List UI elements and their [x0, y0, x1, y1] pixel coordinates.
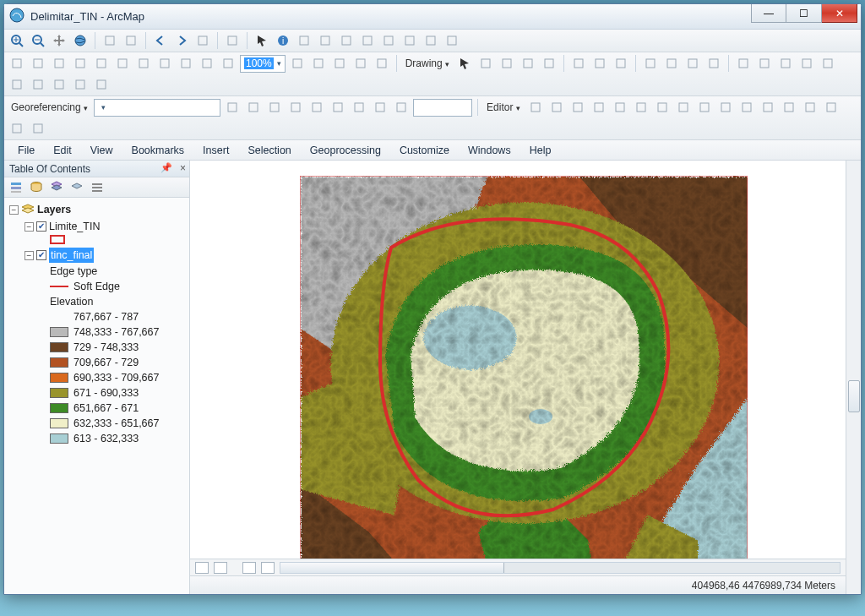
e6-icon[interactable] — [632, 98, 650, 117]
e17-icon[interactable] — [29, 119, 47, 138]
open-folder-icon[interactable] — [662, 54, 681, 73]
g3-icon[interactable] — [265, 98, 284, 117]
layer-checkbox[interactable]: ✔ — [36, 221, 46, 232]
menu-view[interactable]: View — [82, 142, 122, 159]
legend-row[interactable]: 767,667 - 787 — [50, 309, 186, 324]
globe-icon[interactable] — [71, 31, 90, 50]
timeslider-icon[interactable] — [422, 31, 440, 50]
menu-geoprocessing[interactable]: Geoprocessing — [302, 142, 389, 159]
window-icon[interactable] — [443, 31, 461, 50]
std-10-icon[interactable] — [219, 54, 237, 73]
std-1-icon[interactable] — [29, 54, 47, 73]
new-doc-icon[interactable] — [641, 54, 660, 73]
layers-root[interactable]: − Layers — [9, 201, 186, 218]
std-7-icon[interactable] — [155, 54, 174, 73]
pan-icon[interactable] — [50, 31, 68, 50]
std2-3-icon[interactable] — [351, 54, 370, 73]
g9-icon[interactable] — [392, 98, 411, 117]
refresh-button[interactable] — [242, 562, 256, 574]
std2-0-icon[interactable] — [288, 54, 307, 73]
layout-view-button[interactable] — [214, 562, 227, 574]
t8-icon[interactable] — [50, 75, 68, 94]
e9-icon[interactable] — [695, 98, 714, 117]
legend-row[interactable]: 729 - 748,333 — [50, 340, 186, 355]
legend-row[interactable]: 709,667 - 729 — [50, 355, 186, 370]
pause-button[interactable] — [261, 562, 275, 574]
menu-windows[interactable]: Windows — [460, 142, 520, 159]
dropdown-icon[interactable] — [223, 31, 242, 50]
std2-2-icon[interactable] — [330, 54, 349, 73]
toc-tree[interactable]: − Layers − ✔ Limite_TIN − ✔ tinc_final — [4, 198, 189, 594]
std2-4-icon[interactable] — [373, 54, 391, 73]
std-4-icon[interactable] — [92, 54, 111, 73]
pointer-icon[interactable] — [455, 54, 474, 73]
menu-file[interactable]: File — [9, 142, 43, 159]
t5-icon[interactable] — [819, 54, 837, 73]
e12-icon[interactable] — [759, 98, 777, 117]
e8-icon[interactable] — [674, 98, 693, 117]
g2-icon[interactable] — [244, 98, 263, 117]
collapse-icon[interactable]: − — [24, 251, 34, 260]
g5-icon[interactable] — [307, 98, 326, 117]
toc-list-by-visibility-icon[interactable] — [47, 179, 66, 196]
layer-tinc-final[interactable]: − ✔ tinc_final — [24, 247, 186, 264]
collapse-icon[interactable]: − — [24, 222, 34, 232]
g8-icon[interactable] — [371, 98, 389, 117]
v-scrollbar[interactable] — [846, 161, 861, 594]
legend-row[interactable]: 671 - 690,333 — [50, 385, 186, 401]
map-canvas[interactable] — [190, 161, 846, 559]
e4-icon[interactable] — [590, 98, 608, 117]
std-9-icon[interactable] — [198, 54, 216, 73]
rotate-icon[interactable] — [476, 54, 495, 73]
draw-extra-1-icon[interactable] — [590, 54, 609, 73]
identify-icon[interactable]: i — [274, 31, 292, 50]
collapse-icon[interactable]: − — [9, 205, 19, 215]
legend-row[interactable]: 690,333 - 709,667 — [50, 370, 186, 385]
menu-edit[interactable]: Edit — [45, 142, 80, 159]
e3-icon[interactable] — [569, 98, 587, 117]
std-6-icon[interactable] — [134, 54, 153, 73]
e5-icon[interactable] — [611, 98, 629, 117]
g6-icon[interactable] — [329, 98, 347, 117]
g1-icon[interactable] — [223, 98, 242, 117]
g7-icon[interactable] — [350, 98, 368, 117]
toc-list-by-drawing-order-icon[interactable] — [7, 179, 25, 196]
toc-options-icon[interactable] — [88, 179, 106, 196]
g4-icon[interactable] — [286, 98, 305, 117]
t6-icon[interactable] — [8, 75, 26, 94]
print2-icon[interactable] — [705, 54, 723, 73]
e16-icon[interactable] — [8, 119, 26, 138]
pointer-icon[interactable] — [253, 31, 271, 50]
menu-bookmarks[interactable]: Bookmarks — [123, 142, 193, 159]
html-popup-icon[interactable] — [316, 31, 335, 50]
toc-list-by-source-icon[interactable] — [27, 179, 46, 196]
zoom-in-icon[interactable] — [8, 31, 26, 50]
t9-icon[interactable] — [71, 75, 90, 94]
e10-icon[interactable] — [716, 98, 735, 117]
std-5-icon[interactable] — [113, 54, 132, 73]
legend-row[interactable]: 651,667 - 671 — [50, 401, 186, 416]
measure-icon[interactable] — [337, 31, 356, 50]
text-icon[interactable] — [519, 54, 537, 73]
georef-layer-combo[interactable]: ▾ — [94, 99, 220, 117]
t10-icon[interactable] — [92, 75, 111, 94]
forward-icon[interactable] — [172, 31, 191, 50]
std-8-icon[interactable] — [177, 54, 195, 73]
e15-icon[interactable] — [822, 98, 841, 117]
data-view-button[interactable] — [195, 562, 209, 574]
xy-icon[interactable] — [379, 31, 398, 50]
fit-out-icon[interactable] — [122, 31, 140, 50]
menu-insert[interactable]: Insert — [194, 142, 237, 159]
menu-help[interactable]: Help — [521, 142, 560, 159]
legend-row[interactable]: 613 - 632,333 — [50, 431, 186, 446]
e2-icon[interactable] — [547, 98, 566, 117]
h-scrollbar[interactable] — [280, 562, 841, 574]
menu-selection[interactable]: Selection — [239, 142, 299, 159]
toc-list-by-selection-icon[interactable] — [68, 179, 86, 196]
e13-icon[interactable] — [780, 98, 798, 117]
std-0-icon[interactable] — [8, 54, 26, 73]
draw-extra-0-icon[interactable] — [569, 54, 588, 73]
t3-icon[interactable] — [776, 54, 795, 73]
zoom-combo[interactable]: 100%▾ — [240, 55, 286, 73]
zoom-out-icon[interactable] — [29, 31, 47, 50]
